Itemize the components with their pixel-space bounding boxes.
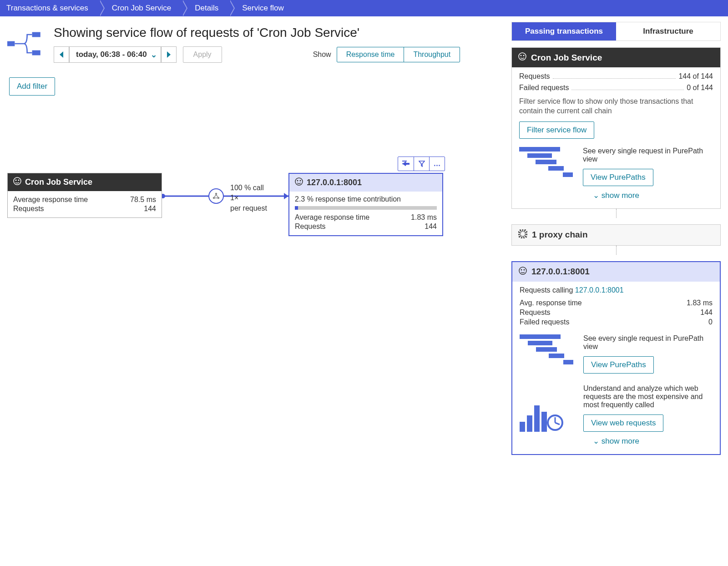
- svg-rect-2: [32, 51, 40, 56]
- right-tabs: Passing transactions Infrastructure: [511, 22, 721, 41]
- card1-failed-label: Failed requests: [519, 83, 569, 93]
- show-label: Show: [313, 51, 331, 59]
- service-icon: [518, 52, 526, 63]
- card2-art-value: 1.83 ms: [687, 299, 713, 307]
- connector: [511, 246, 721, 255]
- card1-pp-text: See every single request in PurePath vie…: [583, 147, 713, 163]
- service-icon: [295, 177, 303, 188]
- card2-web-text: Understand and analyze which web request…: [583, 384, 713, 409]
- proxy-icon: [518, 229, 527, 241]
- share-icon[interactable]: [398, 157, 414, 171]
- chevron-down-icon: ⌄: [593, 437, 599, 445]
- card2-title: 127.0.0.1:8001: [531, 267, 590, 277]
- requests-calling-label: Requests calling: [520, 286, 573, 294]
- card1-requests-label: Requests: [519, 72, 550, 81]
- add-filter-button[interactable]: Add filter: [9, 77, 55, 96]
- svg-point-13: [300, 180, 301, 182]
- card2-failed-value: 0: [708, 318, 713, 326]
- source-art-label: Average response time: [13, 196, 88, 204]
- time-next-button[interactable]: [161, 46, 177, 63]
- breadcrumb-service-flow[interactable]: Service flow: [229, 0, 295, 16]
- toggle-response-time[interactable]: Response time: [337, 47, 404, 62]
- card-target-service: 127.0.0.1:8001 Requests calling 127.0.0.…: [511, 261, 721, 455]
- card2-pp-text: See every single request in PurePath vie…: [583, 334, 713, 351]
- target-node-title: 127.0.0.1:8001: [307, 178, 362, 187]
- service-flow-canvas: … 100 % call 1× per request Cron Job Ser…: [7, 150, 499, 287]
- edge-label: 100 % call 1× per request: [230, 183, 267, 213]
- contribution-bar: [295, 206, 437, 210]
- svg-point-17: [519, 230, 526, 238]
- source-node-title: Cron Job Service: [25, 177, 92, 187]
- purepath-waterfall-icon: [519, 147, 574, 186]
- svg-point-14: [519, 53, 526, 60]
- breadcrumb-transactions[interactable]: Transactions & services: [0, 0, 99, 16]
- chevron-down-icon: ⌄: [593, 191, 599, 200]
- proxy-node-icon[interactable]: [208, 188, 224, 204]
- proxy-chain-label: 1 proxy chain: [532, 230, 588, 240]
- right-panel: Passing transactions Infrastructure Cron…: [511, 22, 721, 455]
- service-icon: [13, 177, 21, 187]
- svg-point-10: [18, 180, 20, 181]
- svg-point-19: [521, 269, 522, 270]
- chevron-down-icon: ⌄: [151, 50, 157, 60]
- service-icon: [519, 267, 527, 277]
- filter-icon[interactable]: [414, 157, 429, 171]
- card-proxy-chain[interactable]: 1 proxy chain: [511, 224, 721, 246]
- requests-calling-target-link[interactable]: 127.0.0.1:8001: [575, 286, 624, 294]
- more-icon[interactable]: …: [429, 157, 445, 171]
- breadcrumb-details[interactable]: Details: [182, 0, 229, 16]
- card1-requests-value: 144 of 144: [678, 72, 713, 81]
- svg-rect-1: [32, 32, 40, 37]
- filter-service-flow-button[interactable]: Filter service flow: [519, 121, 594, 139]
- source-req-value: 144: [144, 205, 156, 213]
- svg-point-12: [297, 180, 298, 182]
- breadcrumb-bar: Transactions & services Cron Job Service…: [0, 0, 728, 16]
- tab-infrastructure[interactable]: Infrastructure: [616, 22, 720, 40]
- svg-point-6: [213, 197, 215, 199]
- target-req-label: Requests: [295, 222, 326, 231]
- source-node[interactable]: Cron Job Service Average response time78…: [7, 173, 162, 218]
- service-flow-icon: [7, 25, 44, 63]
- card2-show-more[interactable]: ⌄ show more: [520, 432, 713, 448]
- connector: [511, 209, 721, 218]
- view-purepaths-button-2[interactable]: View PurePaths: [583, 356, 654, 374]
- svg-rect-0: [7, 41, 15, 46]
- card1-filter-hint: Filter service flow to show only those t…: [519, 96, 713, 116]
- card2-failed-label: Failed requests: [520, 318, 569, 326]
- svg-point-9: [15, 180, 17, 181]
- target-art-label: Average response time: [295, 213, 369, 222]
- contribution-label: 2.3 % response time contribution: [295, 195, 437, 203]
- target-art-value: 1.83 ms: [411, 213, 437, 222]
- view-web-requests-button[interactable]: View web requests: [583, 414, 663, 432]
- svg-point-20: [524, 269, 525, 270]
- time-prev-button[interactable]: [54, 46, 69, 63]
- tab-passing-transactions[interactable]: Passing transactions: [512, 22, 616, 40]
- apply-button[interactable]: Apply: [183, 46, 222, 63]
- card1-failed-value: 0 of 144: [687, 83, 713, 93]
- card2-req-label: Requests: [520, 308, 551, 317]
- page-title: Showing service flow of requests of 'Cro…: [54, 25, 460, 40]
- source-req-label: Requests: [13, 205, 44, 213]
- card2-req-value: 144: [700, 308, 713, 317]
- view-purepaths-button-1[interactable]: View PurePaths: [583, 169, 653, 186]
- svg-point-5: [215, 193, 217, 195]
- svg-point-11: [295, 178, 303, 185]
- svg-point-18: [519, 267, 526, 274]
- time-range-selector[interactable]: today, 06:38 - 06:40 ⌄: [69, 46, 161, 63]
- purepath-waterfall-icon: [520, 334, 574, 374]
- web-requests-chart-icon: [520, 384, 574, 432]
- card2-art-label: Avg. response time: [520, 299, 582, 307]
- breadcrumb-service[interactable]: Cron Job Service: [99, 0, 182, 16]
- svg-point-16: [523, 55, 525, 56]
- svg-point-8: [14, 177, 21, 185]
- card1-title: Cron Job Service: [531, 53, 602, 63]
- toggle-throughput[interactable]: Throughput: [404, 47, 460, 62]
- time-range-label: today, 06:38 - 06:40: [76, 50, 147, 59]
- target-node[interactable]: 127.0.0.1:8001 2.3 % response time contr…: [288, 173, 443, 236]
- source-art-value: 78.5 ms: [130, 196, 156, 204]
- target-req-value: 144: [425, 222, 437, 231]
- card-cron-job-service: Cron Job Service Requests144 of 144 Fail…: [511, 47, 721, 209]
- svg-point-15: [521, 55, 522, 56]
- card1-show-more[interactable]: ⌄ show more: [519, 186, 713, 202]
- svg-point-7: [217, 197, 219, 199]
